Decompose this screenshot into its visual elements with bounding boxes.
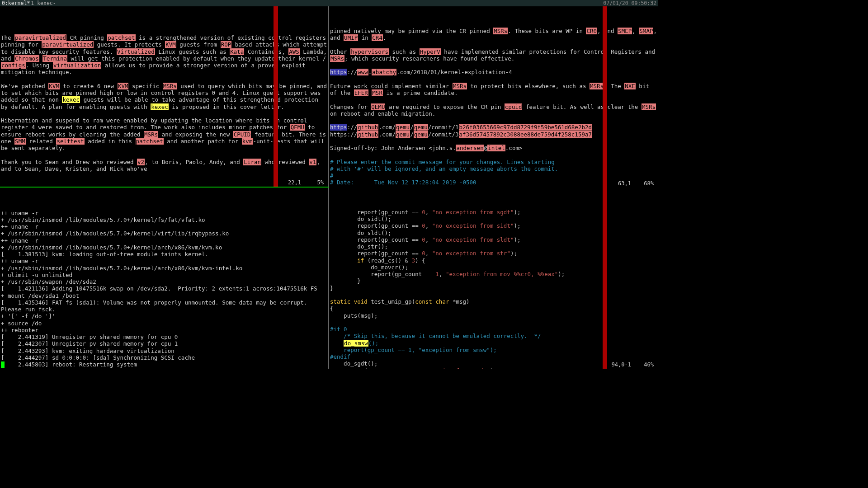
clock: 07/01/20 09:50:32 xyxy=(603,0,656,6)
vim-position: 63,1 xyxy=(618,180,631,187)
vim-colorcolumn xyxy=(603,188,607,369)
shell-cursor xyxy=(1,361,5,368)
vim-percent: 46% xyxy=(644,361,654,368)
vim-percent: 5% xyxy=(317,179,324,186)
tmux-statusbar: 0:kernel* 1 kexec- 07/01/20 09:50:32 xyxy=(0,0,658,6)
vim-position: 22,1 xyxy=(288,179,301,186)
vim-colorcolumn xyxy=(274,6,278,187)
vim-colorcolumn xyxy=(603,6,607,188)
tmux-tab-0[interactable]: 0:kernel* xyxy=(2,0,30,6)
pane-top-left[interactable]: The paravirtualized CR pinning patchset … xyxy=(0,6,329,188)
pane-bottom-right[interactable]: report(gp_count == 0, "no exception from… xyxy=(329,188,658,369)
commit-msg-text: The paravirtualized CR pinning patchset … xyxy=(1,28,327,172)
pane-bottom-left[interactable]: ++ uname -r + /usr/sbin/insmod /lib/modu… xyxy=(0,188,329,369)
vim-percent: 68% xyxy=(644,180,654,187)
pane-top-right[interactable]: pinned natively may be pinned via the CR… xyxy=(329,6,658,188)
tmux-grid: The paravirtualized CR pinning patchset … xyxy=(0,6,658,369)
c-source-text: report(gp_count == 0, "no exception from… xyxy=(330,209,657,369)
vim-position: 94,0-1 xyxy=(612,361,631,368)
shell-output: ++ uname -r + /usr/sbin/insmod /lib/modu… xyxy=(1,210,327,369)
tmux-tab-1[interactable]: 1 kexec- xyxy=(31,0,56,6)
commit-msg-text-cont: pinned natively may be pinned via the CR… xyxy=(330,28,657,188)
